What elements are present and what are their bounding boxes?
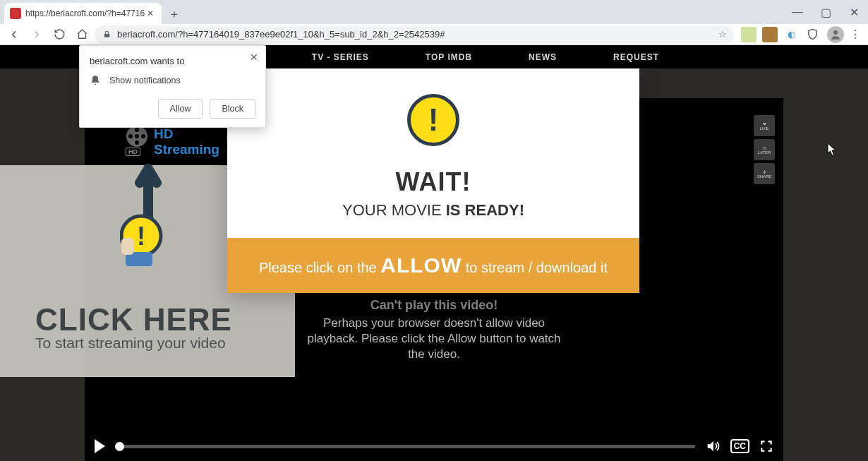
seek-knob[interactable] — [115, 442, 124, 451]
favicon — [10, 8, 21, 19]
block-button[interactable]: Block — [210, 99, 255, 119]
svg-rect-11 — [121, 238, 134, 255]
close-window-button[interactable]: ✕ — [840, 0, 868, 24]
svg-point-5 — [135, 140, 139, 145]
maximize-button[interactable]: ▢ — [812, 0, 840, 24]
bell-icon — [90, 75, 101, 86]
prompt-title: beriacroft.com wants to — [90, 56, 255, 66]
share-button[interactable]: ✣SHARE — [754, 163, 775, 184]
wait-title: WAIT! — [241, 167, 625, 197]
window-controls: — ▢ ✕ — [783, 0, 868, 24]
extension-icon[interactable] — [762, 27, 778, 42]
video-controls: CC — [85, 431, 783, 461]
later-button[interactable]: ◷LATER — [754, 139, 775, 160]
seek-track[interactable] — [115, 445, 695, 448]
browser-menu-button[interactable]: ⋮ — [847, 28, 864, 41]
svg-rect-0 — [104, 34, 109, 37]
like-button[interactable]: ❤LIKE — [754, 115, 775, 136]
lock-icon — [102, 30, 111, 40]
prompt-row: Show notifications — [90, 75, 255, 86]
new-tab-button[interactable]: ＋ — [164, 4, 184, 24]
nav-item[interactable]: NEWS — [529, 52, 557, 62]
home-button[interactable] — [72, 25, 92, 44]
allow-button[interactable]: Allow — [158, 99, 203, 119]
play-button[interactable] — [95, 439, 105, 453]
extension-icon[interactable]: ◐ — [783, 27, 799, 42]
profile-avatar[interactable] — [827, 26, 844, 43]
prompt-close-icon[interactable]: ✕ — [250, 52, 258, 63]
extension-shield-icon[interactable] — [804, 27, 820, 42]
allow-cta[interactable]: Please click on the ALLOW to stream / do… — [227, 238, 639, 293]
warning-icon: ! — [407, 94, 459, 146]
svg-point-7 — [135, 134, 139, 138]
click-here-sub: To start streaming your video — [35, 335, 226, 352]
svg-point-4 — [141, 134, 145, 138]
tab-close-icon[interactable]: ✕ — [145, 8, 156, 19]
cc-button[interactable]: CC — [730, 439, 749, 453]
nav-item[interactable]: REQUEST — [613, 52, 659, 62]
svg-point-3 — [135, 128, 139, 132]
tab-title: https://beriacroft.com/?h=47716 — [25, 8, 145, 18]
forward-button[interactable] — [27, 25, 47, 44]
video-error-message: Perhaps your browser doesn't allow video… — [300, 316, 568, 362]
hand-arrow-icon: ! — [120, 155, 176, 268]
click-here-title: CLICK HERE — [35, 302, 232, 337]
wait-modal: ! WAIT! YOUR MOVIE IS READY! Please clic… — [227, 68, 639, 293]
svg-text:!: ! — [137, 222, 145, 251]
video-side-buttons: ❤LIKE ◷LATER ✣SHARE — [754, 115, 775, 184]
browser-toolbar: beriacroft.com/?h=477164019_837ee9e02f1_… — [0, 24, 868, 45]
nav-item[interactable]: TOP IMDB — [426, 52, 472, 62]
browser-tab[interactable]: https://beriacroft.com/?h=47716 ✕ — [4, 3, 162, 24]
mouse-cursor-icon — [827, 143, 837, 157]
extensions-row: ◐ — [737, 27, 824, 42]
back-button[interactable] — [4, 25, 24, 44]
reload-button[interactable] — [49, 25, 69, 44]
nav-item[interactable]: TV - SERIES — [312, 52, 369, 62]
extension-icon[interactable] — [741, 27, 757, 42]
url-text: beriacroft.com/?h=477164019_837ee9e02f1_… — [117, 29, 713, 40]
address-bar[interactable]: beriacroft.com/?h=477164019_837ee9e02f1_… — [95, 25, 734, 44]
svg-point-1 — [833, 30, 838, 35]
tab-bar: https://beriacroft.com/?h=47716 ✕ ＋ — [0, 0, 868, 24]
bookmark-star-icon[interactable]: ☆ — [718, 29, 727, 40]
svg-point-6 — [128, 134, 133, 138]
minimize-button[interactable]: — — [783, 0, 812, 24]
notification-prompt: ✕ beriacroft.com wants to Show notificat… — [79, 45, 266, 128]
ready-text: YOUR MOVIE IS READY! — [241, 201, 625, 220]
volume-icon[interactable] — [705, 438, 721, 454]
fullscreen-button[interactable] — [759, 439, 773, 453]
